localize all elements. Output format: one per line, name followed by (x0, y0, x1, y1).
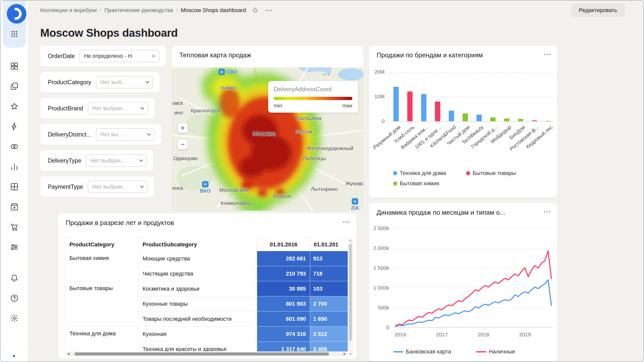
sidebar-item-charts[interactable] (10, 162, 19, 171)
filter-value-control[interactable]: Не определено - Н (79, 50, 159, 62)
favorite-star-icon[interactable] (252, 7, 259, 14)
value-cell-2016: 1 317 640 (257, 342, 310, 352)
cart-icon (10, 222, 19, 232)
breadcrumb-item[interactable]: Moscow Shops dashboard (181, 7, 246, 14)
breadcrumb-item[interactable]: Практические руководства (104, 7, 173, 14)
filter-value: Нет выбран... (90, 157, 137, 164)
table-viewport: ProductCategoryProductSubcategory01.01.2… (65, 238, 348, 351)
chevron-wrap[interactable] (140, 186, 144, 188)
sidebar-item-services[interactable] (10, 243, 19, 252)
chevron-wrap[interactable] (139, 159, 143, 162)
legend-dot (393, 171, 397, 175)
map-place-label: Реутов (295, 129, 312, 135)
y-axis-label: 0 (369, 118, 385, 124)
y-axis-label: 2 500k (373, 225, 389, 231)
filter-value-control[interactable]: Нет выбран... (88, 180, 147, 193)
sidebar-item-connections[interactable] (10, 122, 19, 131)
notifications-button[interactable] (10, 274, 19, 283)
breadcrumb-menu-button[interactable] (266, 10, 272, 11)
gridline (388, 72, 553, 72)
y-axis-label: 500k (378, 305, 389, 310)
sidebar-item-favorites[interactable] (10, 102, 19, 111)
chevron-wrap[interactable] (145, 81, 149, 83)
zoom-in-button[interactable]: + (178, 123, 188, 133)
horizontal-scrollbar[interactable]: ◀ ▶ (65, 351, 348, 356)
column-header: ProductSubcategory (138, 238, 257, 251)
clear-icon-wrap[interactable] (151, 54, 156, 59)
apps-grid-icon[interactable] (11, 30, 18, 38)
legend-item[interactable]: Банковская карта (393, 348, 451, 355)
value-cell-2016: 210 793 (257, 266, 310, 281)
line-chart-legend: Банковская картаНаличные (393, 348, 549, 355)
filter-value-control[interactable]: Нет выбран... (88, 102, 148, 115)
sidebar-item-workbooks[interactable] (10, 82, 19, 91)
subcategory-cell: Чистящие средства (138, 266, 257, 281)
grid-icon (10, 182, 19, 191)
sidebar-item-datasets[interactable] (10, 142, 19, 151)
map-place-label: Жуковс (345, 180, 363, 187)
scroll-up-icon[interactable]: ▲ (348, 239, 353, 242)
bar (407, 92, 413, 121)
vertical-gridline (555, 72, 555, 121)
bar (393, 87, 399, 121)
bar (518, 119, 523, 121)
value-cell-2017: 1 690 (310, 311, 348, 327)
widget-menu-button[interactable] (343, 221, 349, 223)
datalens-logo-icon[interactable] (7, 4, 26, 24)
map-place-label: Одинцово (173, 155, 198, 161)
scroll-right-icon[interactable]: ▶ (344, 352, 346, 355)
chevron-wrap[interactable] (147, 133, 151, 136)
clear-icon[interactable] (151, 54, 156, 59)
zoom-out-button[interactable]: − (178, 140, 188, 149)
filter-value-control[interactable]: Нет вы... (96, 128, 154, 141)
airport-marker: ✈ВКО (200, 181, 211, 194)
chevron-wrap[interactable] (140, 107, 144, 110)
subcategory-cell: Моющие средства (138, 251, 257, 266)
sidebar-item-collections[interactable] (10, 62, 19, 71)
edit-button[interactable]: Редактировать (571, 4, 625, 17)
vertical-scroll-thumb[interactable] (349, 244, 352, 341)
filter-paymenttype: PaymentTypeНет выбран... (40, 176, 154, 197)
scroll-down-icon[interactable]: ▼ (348, 352, 353, 356)
category-cell: Техника для дома (65, 327, 139, 352)
map-place-label: Люберцы (303, 155, 326, 161)
x-axis-label: 2018 (478, 332, 490, 337)
x-axis-label: 2017 (436, 332, 448, 337)
legend-item[interactable]: Бытовые товары (466, 170, 516, 176)
map-place-label: Химки (221, 85, 236, 91)
sidebar-item-marketplace[interactable] (10, 222, 19, 232)
app-window: Коллекции и воркбуки/Практические руково… (0, 0, 644, 362)
filter-value-control[interactable]: Нет выб... (96, 76, 153, 88)
horizontal-scroll-thumb[interactable] (74, 352, 329, 355)
sidebar-item-dashboards[interactable] (10, 182, 19, 191)
airport-code: СВО (226, 69, 237, 75)
bell-icon (10, 274, 19, 283)
filter-value-control[interactable]: Нет выбран... (86, 154, 147, 167)
line-chart-widget: Динамика продаж по месяцам и типам о... … (369, 203, 557, 361)
legend-item[interactable]: Бытовая химия (393, 180, 439, 187)
y-axis-label: 20M (369, 69, 385, 75)
column-header: ProductCategory (65, 238, 139, 251)
legend-item[interactable]: Техника для дома (393, 170, 446, 176)
expand-arrow-icon[interactable] (12, 353, 17, 358)
help-icon (10, 294, 19, 303)
bar (449, 111, 454, 121)
chevron-down-icon (139, 159, 143, 162)
value-cell-2017: 3 512 (310, 327, 348, 342)
settings-button[interactable] (10, 314, 19, 323)
sidebar-logo-area (3, 1, 26, 48)
legend-item[interactable]: Наличные (476, 348, 515, 355)
map-canvas[interactable]: ✈СВОХимкиовскиноКрасногорскМоскваБалаших… (172, 67, 363, 211)
sidebar-item-storage[interactable] (10, 202, 19, 211)
category-cell: Бытовые товары (65, 281, 139, 327)
sidebar-collapse-bar (1, 350, 28, 361)
vertical-scrollbar[interactable]: ▲ ▼ (348, 238, 353, 357)
scroll-left-icon[interactable]: ◀ (67, 352, 69, 355)
line-chart-canvas[interactable]: 0500k1 000k1 500k2 000k2 500k20162017201… (369, 203, 557, 361)
y-axis-label: 0 (386, 325, 389, 330)
widget-menu-button[interactable] (323, 74, 329, 75)
breadcrumb-item[interactable]: Коллекции и воркбуки (40, 7, 97, 14)
help-button[interactable] (10, 294, 19, 303)
value-cell-2016: 801 903 (257, 296, 310, 311)
page-title: Moscow Shops dashboard (40, 27, 178, 39)
